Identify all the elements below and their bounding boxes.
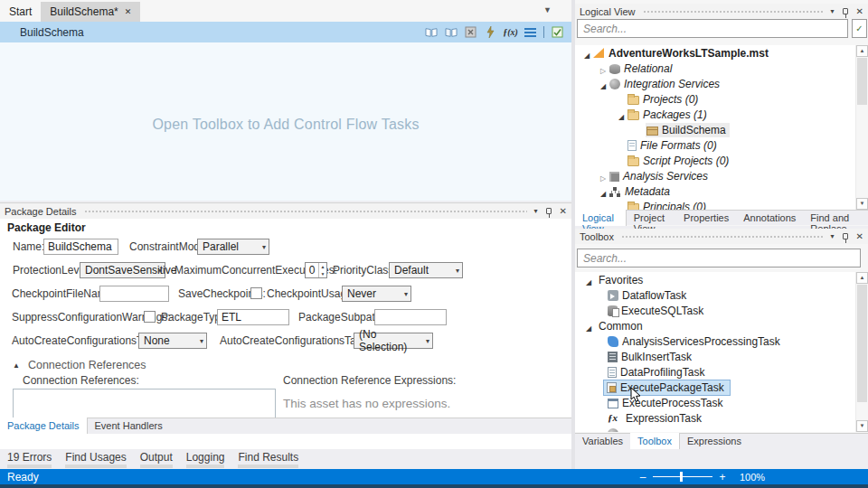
- tree-item-analysis-services[interactable]: Analysis Services: [575, 168, 855, 183]
- toolbox-item-bulkinserttask[interactable]: BulkInsertTask: [575, 349, 855, 364]
- tab-annotations[interactable]: Annotations: [736, 211, 803, 227]
- packagesubpath-input[interactable]: [374, 309, 447, 325]
- scroll-up-icon[interactable]: ▲: [856, 45, 868, 57]
- toolbox-item-executeprocesstask[interactable]: ExecuteProcessTask: [575, 395, 855, 410]
- chevron-up-icon[interactable]: ▲: [319, 263, 326, 270]
- check-icon[interactable]: ✓: [852, 19, 867, 38]
- suppresswarnings-checkbox[interactable]: [144, 311, 156, 323]
- panel-drag-texture[interactable]: [84, 210, 527, 214]
- scroll-down-icon[interactable]: ▼: [856, 198, 868, 210]
- zoom-slider-track[interactable]: [653, 476, 712, 477]
- validate-checkbox-icon[interactable]: [551, 26, 564, 39]
- tab-properties[interactable]: Properties: [676, 211, 736, 227]
- maxconcurrent-stepper[interactable]: 0 ▲▼: [305, 262, 327, 278]
- tree-item-principals[interactable]: Principals (0): [575, 199, 855, 210]
- panel-drag-texture[interactable]: [621, 235, 824, 239]
- tree-item-script-projects[interactable]: Script Projects (0): [575, 153, 855, 168]
- tree-item-file-formats[interactable]: File Formats (0): [575, 137, 855, 153]
- tab-package-details[interactable]: Package Details: [0, 418, 88, 434]
- close-icon[interactable]: ✕: [560, 206, 567, 216]
- scrollbar-vertical[interactable]: ▲ ▼: [855, 272, 867, 432]
- expander-collapsed-icon[interactable]: [597, 61, 609, 77]
- panel-drag-texture[interactable]: [643, 10, 824, 14]
- variables-box-icon[interactable]: [464, 26, 477, 39]
- checkpointusage-select[interactable]: Never: [342, 286, 411, 302]
- packagetype-input[interactable]: [217, 309, 289, 325]
- connection-references-section-header[interactable]: ▲ Connection References: [13, 359, 146, 371]
- tab-variables[interactable]: Variables: [575, 434, 630, 450]
- toolbox-item-dataprofilingtask[interactable]: DataProfilingTask: [575, 364, 855, 380]
- tree-item-relational[interactable]: Relational: [575, 61, 855, 76]
- tree-item-buildschema[interactable]: BuildSchema: [575, 122, 855, 137]
- search-input[interactable]: [578, 252, 860, 265]
- scroll-thumb[interactable]: [857, 285, 867, 402]
- toolbox-group-favorites[interactable]: Favorites: [575, 272, 855, 287]
- open-book-icon[interactable]: [424, 26, 438, 39]
- autocreatetype-select[interactable]: None: [138, 333, 207, 349]
- checkpointfilename-input[interactable]: [99, 286, 169, 302]
- tree-item-packages[interactable]: Packages (1): [575, 107, 855, 122]
- expander-collapsed-icon[interactable]: [597, 168, 609, 184]
- tab-start[interactable]: Start: [0, 2, 41, 22]
- tab-expressions[interactable]: Expressions: [680, 434, 749, 450]
- scroll-thumb[interactable]: [857, 58, 867, 105]
- toolbox-group-common[interactable]: Common: [575, 318, 855, 333]
- toolbox-item-expressiontask[interactable]: ExpressionTask: [575, 410, 855, 426]
- name-input[interactable]: [43, 239, 118, 255]
- tab-errors[interactable]: 19 Errors: [7, 451, 52, 469]
- pin-icon[interactable]: [546, 208, 552, 214]
- search-input[interactable]: [578, 23, 847, 35]
- protectionlevel-select[interactable]: DontSaveSensitive: [80, 262, 165, 278]
- zoom-out-button[interactable]: –: [637, 471, 648, 483]
- tree-item-projects[interactable]: Projects (0): [575, 91, 855, 107]
- diff-lines-icon[interactable]: [524, 26, 537, 39]
- collapse-section-icon[interactable]: ▲: [13, 361, 20, 370]
- expander-expanded-icon[interactable]: [597, 76, 609, 92]
- tab-find-results[interactable]: Find Results: [238, 451, 298, 469]
- tree-item-integration-services[interactable]: Integration Services: [575, 76, 855, 91]
- toolbox-item-executepackagetask[interactable]: ExecutePackageTask: [575, 380, 855, 395]
- scroll-up-icon[interactable]: ▲: [856, 272, 868, 284]
- tree-item-root[interactable]: AdventureWorksLTSample.mst: [575, 45, 855, 61]
- open-book-alt-icon[interactable]: [444, 26, 458, 39]
- fx-icon[interactable]: ƒ(x): [504, 26, 517, 39]
- scrollbar-vertical[interactable]: ▲ ▼: [855, 45, 867, 210]
- pin-icon[interactable]: [843, 233, 848, 239]
- close-icon[interactable]: ✕: [856, 231, 863, 241]
- zoom-slider-thumb[interactable]: [680, 472, 683, 482]
- pin-icon[interactable]: [843, 8, 848, 14]
- tab-event-handlers[interactable]: Event Handlers: [88, 418, 170, 435]
- tab-find-and-replace[interactable]: Find and Replace: [803, 211, 868, 227]
- savecheckpoints-checkbox[interactable]: [250, 287, 262, 299]
- tab-project-view[interactable]: Project View: [627, 211, 676, 227]
- package-details-header[interactable]: Package Details ▾ ✕: [0, 203, 571, 219]
- control-flow-canvas[interactable]: Open Toolbox to Add Control Flow Tasks: [0, 42, 571, 201]
- expander-expanded-icon[interactable]: [582, 318, 595, 334]
- toolbox-item-analysisservicesprocessingtask[interactable]: AnalysisServicesProcessingTask: [575, 333, 855, 349]
- chevron-down-icon[interactable]: ▾: [534, 207, 538, 215]
- expander-expanded-icon[interactable]: [597, 183, 609, 200]
- zoom-in-button[interactable]: +: [717, 471, 728, 483]
- expander-expanded-icon[interactable]: [582, 272, 595, 288]
- toolbox-item-partial[interactable]: [575, 426, 855, 432]
- tree-item-metadata[interactable]: Metadata: [575, 183, 855, 199]
- toolbox-item-dataflowtask[interactable]: DataflowTask: [575, 287, 855, 303]
- scroll-down-icon[interactable]: ▼: [856, 420, 868, 432]
- chevron-down-icon[interactable]: ▾: [831, 232, 835, 240]
- tab-buildschema[interactable]: BuildSchema* ✕: [41, 2, 140, 22]
- stepper-arrows[interactable]: ▲▼: [318, 263, 326, 277]
- logical-view-header[interactable]: Logical View ▾ ✕: [575, 4, 868, 19]
- tab-find-usages[interactable]: Find Usages: [65, 451, 126, 469]
- autocreatetable-select[interactable]: (No Selection): [354, 333, 433, 349]
- tab-logical-view[interactable]: Logical View: [575, 210, 627, 226]
- close-icon[interactable]: ✕: [125, 7, 132, 16]
- constraintmode-select[interactable]: Parallel: [197, 239, 269, 255]
- toolbox-item-executesqltask[interactable]: ExecuteSQLTask: [575, 303, 855, 318]
- toolbox-header[interactable]: Toolbox ▾ ✕: [575, 229, 868, 244]
- tab-logging[interactable]: Logging: [186, 451, 225, 469]
- chevron-down-icon[interactable]: ▼: [319, 270, 326, 277]
- close-icon[interactable]: ✕: [856, 6, 863, 16]
- priorityclass-select[interactable]: Default: [389, 262, 463, 278]
- tab-output[interactable]: Output: [140, 451, 173, 469]
- chevron-down-icon[interactable]: ▼: [543, 5, 552, 14]
